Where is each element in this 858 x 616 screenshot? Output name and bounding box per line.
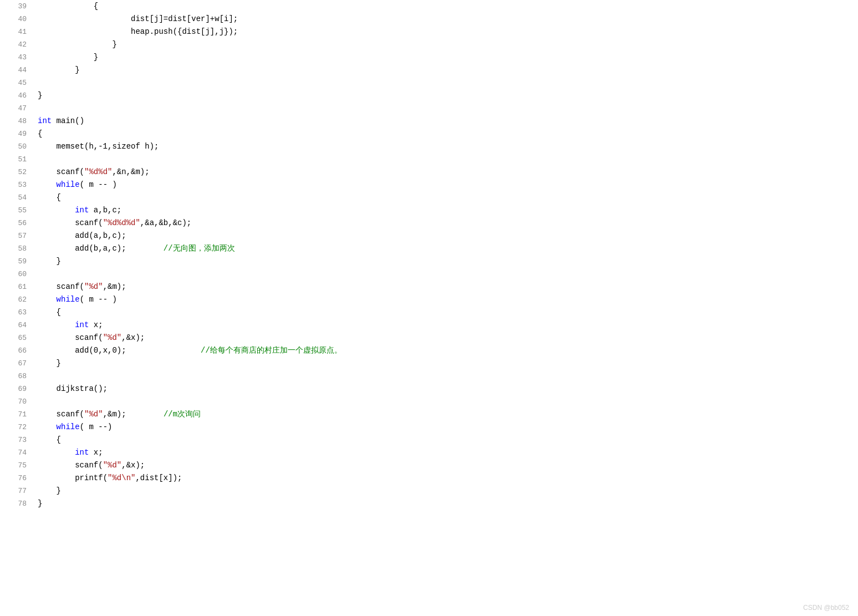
- code-line: scanf("%d",&x);: [33, 332, 858, 344]
- line-number: 57: [0, 230, 33, 242]
- code-line: }: [33, 255, 858, 268]
- code-line: while( m -- ): [33, 293, 858, 306]
- line-number: 46: [0, 89, 33, 102]
- line-number: 56: [0, 217, 33, 230]
- code-line: memset(h,-1,sizeof h);: [33, 140, 858, 153]
- line-number: 74: [0, 446, 33, 459]
- table-row: 45: [0, 77, 858, 89]
- code-editor: 39 {40 dist[j]=dist[ver]+w[i];41 heap.pu…: [0, 0, 858, 616]
- code-line: while( m --): [33, 421, 858, 434]
- table-row: 42 }: [0, 38, 858, 51]
- line-number: 45: [0, 77, 33, 89]
- line-number: 47: [0, 102, 33, 115]
- code-line: add(0,x,0); //给每个有商店的村庄加一个虚拟原点。: [33, 344, 858, 357]
- table-row: 70: [0, 395, 858, 408]
- code-line: heap.push({dist[j],j});: [33, 26, 858, 38]
- line-number: 64: [0, 319, 33, 332]
- table-row: 57 add(a,b,c);: [0, 230, 858, 242]
- line-number: 67: [0, 357, 33, 370]
- line-number: 55: [0, 204, 33, 217]
- line-number: 48: [0, 115, 33, 128]
- code-line: [33, 77, 858, 89]
- watermark: CSDN @bb052: [803, 604, 849, 612]
- line-number: 70: [0, 395, 33, 408]
- code-line: int x;: [33, 319, 858, 332]
- code-line: scanf("%d",&m);: [33, 281, 858, 293]
- table-row: 44 }: [0, 64, 858, 77]
- table-row: 50 memset(h,-1,sizeof h);: [0, 140, 858, 153]
- table-row: 54 {: [0, 191, 858, 204]
- code-line: scanf("%d",&m); //m次询问: [33, 408, 858, 421]
- code-line: [33, 153, 858, 166]
- line-number: 68: [0, 370, 33, 383]
- line-number: 78: [0, 497, 33, 510]
- table-row: 48int main(): [0, 115, 858, 128]
- line-number: 65: [0, 332, 33, 344]
- code-line: }: [33, 357, 858, 370]
- code-line: scanf("%d%d%d",&a,&b,&c);: [33, 217, 858, 230]
- table-row: 56 scanf("%d%d%d",&a,&b,&c);: [0, 217, 858, 230]
- line-number: 62: [0, 293, 33, 306]
- line-number: 41: [0, 26, 33, 38]
- code-line: {: [33, 306, 858, 319]
- code-line: {: [33, 191, 858, 204]
- table-row: 78}: [0, 497, 858, 510]
- code-line: {: [33, 0, 858, 13]
- table-row: 75 scanf("%d",&x);: [0, 459, 858, 472]
- table-row: 67 }: [0, 357, 858, 370]
- line-number: 39: [0, 0, 33, 13]
- line-number: 77: [0, 485, 33, 497]
- table-row: 61 scanf("%d",&m);: [0, 281, 858, 293]
- table-row: 64 int x;: [0, 319, 858, 332]
- table-row: 74 int x;: [0, 446, 858, 459]
- line-number: 63: [0, 306, 33, 319]
- code-line: while( m -- ): [33, 179, 858, 191]
- line-number: 72: [0, 421, 33, 434]
- code-line: dist[j]=dist[ver]+w[i];: [33, 13, 858, 26]
- table-row: 62 while( m -- ): [0, 293, 858, 306]
- code-line: [33, 102, 858, 115]
- line-number: 42: [0, 38, 33, 51]
- line-number: 43: [0, 51, 33, 64]
- table-row: 58 add(b,a,c); //无向图，添加两次: [0, 242, 858, 255]
- line-number: 69: [0, 383, 33, 395]
- line-number: 76: [0, 472, 33, 485]
- code-line: }: [33, 89, 858, 102]
- code-line: {: [33, 434, 858, 446]
- code-line: printf("%d\n",dist[x]);: [33, 472, 858, 485]
- line-number: 60: [0, 268, 33, 281]
- line-number: 49: [0, 128, 33, 140]
- table-row: 47: [0, 102, 858, 115]
- line-number: 52: [0, 166, 33, 179]
- code-line: }: [33, 38, 858, 51]
- code-line: int a,b,c;: [33, 204, 858, 217]
- line-number: 40: [0, 13, 33, 26]
- table-row: 41 heap.push({dist[j],j});: [0, 26, 858, 38]
- code-line: int x;: [33, 446, 858, 459]
- line-number: 44: [0, 64, 33, 77]
- code-table: 39 {40 dist[j]=dist[ver]+w[i];41 heap.pu…: [0, 0, 858, 510]
- code-line: dijkstra();: [33, 383, 858, 395]
- code-line: }: [33, 497, 858, 510]
- code-line: }: [33, 485, 858, 497]
- table-row: 72 while( m --): [0, 421, 858, 434]
- code-line: }: [33, 64, 858, 77]
- table-row: 49{: [0, 128, 858, 140]
- table-row: 55 int a,b,c;: [0, 204, 858, 217]
- table-row: 69 dijkstra();: [0, 383, 858, 395]
- table-row: 65 scanf("%d",&x);: [0, 332, 858, 344]
- table-row: 71 scanf("%d",&m); //m次询问: [0, 408, 858, 421]
- line-number: 54: [0, 191, 33, 204]
- code-line: }: [33, 51, 858, 64]
- table-row: 60: [0, 268, 858, 281]
- line-number: 53: [0, 179, 33, 191]
- line-number: 66: [0, 344, 33, 357]
- line-number: 50: [0, 140, 33, 153]
- line-number: 59: [0, 255, 33, 268]
- table-row: 52 scanf("%d%d",&n,&m);: [0, 166, 858, 179]
- table-row: 66 add(0,x,0); //给每个有商店的村庄加一个虚拟原点。: [0, 344, 858, 357]
- line-number: 75: [0, 459, 33, 472]
- table-row: 73 {: [0, 434, 858, 446]
- code-line: [33, 370, 858, 383]
- code-line: [33, 395, 858, 408]
